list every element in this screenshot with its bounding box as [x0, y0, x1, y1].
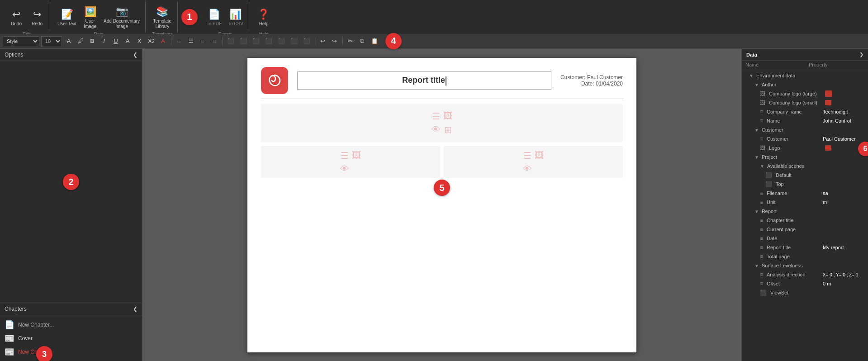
to-csv-button[interactable]: 📊 To CSV — [225, 4, 246, 32]
company-logo-large-row[interactable]: 🖼 Company logo (large) — [742, 89, 868, 98]
chapter-cover[interactable]: 📰 Cover — [0, 332, 142, 345]
analysis-direction-row[interactable]: ≡ Analysis direction X= 0 ; Y= 0 ; Z= 1 — [742, 270, 868, 279]
new-chapter-button[interactable]: 📄 New Chapter... — [0, 318, 142, 332]
name-row[interactable]: ≡ Name John Control — [742, 116, 868, 125]
date-data-icon: ≡ — [760, 235, 763, 242]
user-image-button[interactable]: 🖼️ UserImage — [80, 4, 100, 32]
paste-button[interactable]: 📋 — [369, 36, 380, 46]
date-line: Date: 01/04/2020 — [560, 81, 623, 87]
report-title-box[interactable]: Report title — [297, 71, 551, 89]
to-pdf-button[interactable]: 📄 To PDF — [204, 4, 224, 32]
title-cursor — [446, 76, 446, 86]
date-value: 01/04/2020 — [596, 81, 623, 87]
content-col-left[interactable]: ☰ 🖼 👁 — [261, 146, 440, 178]
filename-row[interactable]: ≡ Filename sa — [742, 189, 868, 198]
style-select[interactable]: Style Heading 1 Heading 2 Normal — [3, 36, 39, 46]
data-panel-title: Data — [746, 52, 757, 57]
company-logo-small-row[interactable]: 🖼 Company logo (small) — [742, 98, 868, 107]
chapter-title-row[interactable]: ≡ Chapter title — [742, 216, 868, 225]
copy-button[interactable]: ⧉ — [357, 36, 367, 46]
ph-grid-icon-right — [535, 164, 544, 174]
highlight-button[interactable]: 🖊 — [76, 36, 85, 46]
chapters-body: 📄 New Chapter... 📰 Cover 📰 New Chapter 3 — [0, 315, 142, 361]
unit-icon: ≡ — [760, 199, 763, 205]
indent-right-button[interactable]: ⬛ — [238, 36, 249, 46]
total-page-row[interactable]: ≡ Total page — [742, 252, 868, 261]
chapters-collapse-button[interactable]: ❮ — [133, 306, 138, 312]
content-section-2[interactable]: ☰ 🖼 👁 ☰ 🖼 👁 5 — [261, 146, 623, 178]
name-icon: ≡ — [760, 118, 763, 124]
align-center-button[interactable]: ☰ — [186, 36, 196, 46]
offset-row[interactable]: ≡ Offset 0 m — [742, 279, 868, 288]
content-section-1[interactable]: ☰ 🖼 👁 ⊞ — [261, 104, 623, 142]
add-documentary-button[interactable]: 📷 Add DocumentaryImage — [101, 4, 142, 32]
user-text-button[interactable]: 📝 User Text — [55, 4, 79, 32]
indent-left-button[interactable]: ⬛ — [225, 36, 236, 46]
font-A-button[interactable]: A — [123, 36, 133, 46]
font-size-select[interactable]: 10 8 9 11 12 — [41, 36, 62, 46]
strikethrough-button[interactable]: X — [134, 36, 144, 46]
template-library-button[interactable]: 📚 TemplateLibrary — [151, 4, 175, 32]
indent-button6[interactable]: ⬛ — [301, 36, 312, 46]
company-logo-small-icon: 🖼 — [760, 100, 765, 106]
undo-button[interactable]: ↩ Undo — [6, 4, 26, 32]
date-label: Date: — [581, 81, 594, 87]
scissors-button[interactable]: ✂ — [346, 36, 356, 46]
right-panel: Data ❯ Name Property ▼ Environment data … — [741, 49, 868, 361]
total-page-icon: ≡ — [760, 253, 763, 260]
align-right-button[interactable]: ≡ — [198, 36, 208, 46]
redo-fmt-button[interactable]: ↪ — [330, 36, 340, 46]
redo-icon: ↪ — [33, 9, 41, 20]
help-button[interactable]: ❓ Help — [254, 4, 274, 32]
report-title-data-row[interactable]: ≡ Report title My report — [742, 243, 868, 252]
sep-3 — [315, 37, 315, 45]
viewset-row[interactable]: ⬛ ViewSet — [742, 288, 868, 297]
data-body: ▼ Environment data ▼ Author 🖼 Company lo… — [742, 69, 868, 361]
top-scene-row[interactable]: ⬛ Top — [742, 180, 868, 189]
subscript-button[interactable]: X2 — [146, 36, 157, 46]
align-left-button[interactable]: ≡ — [174, 36, 184, 46]
ph-grid-icon-left — [352, 164, 361, 174]
add-documentary-icon: 📷 — [116, 6, 128, 18]
report-title-text: Report title — [402, 76, 445, 85]
unit-row[interactable]: ≡ Unit m — [742, 198, 868, 207]
canvas-area[interactable]: Report title Customer: Paul Customer Dat… — [142, 49, 741, 361]
customer-value: Paul Customer — [587, 74, 623, 81]
page-divider — [261, 99, 623, 99]
undo-fmt-button[interactable]: ↩ — [318, 36, 328, 46]
ph-eye-icon-1: 👁 — [432, 124, 441, 135]
current-page-row[interactable]: ≡ Current page — [742, 225, 868, 234]
indent-button2[interactable]: ⬛ — [251, 36, 261, 46]
col-property-header: Property — [809, 62, 864, 67]
align-justify-button[interactable]: ≡ — [209, 36, 219, 46]
to-csv-icon: 📊 — [229, 9, 242, 20]
default-scene-row[interactable]: ⬛ Default — [742, 171, 868, 180]
italic-button[interactable]: I — [99, 36, 109, 46]
filename-icon: ≡ — [760, 190, 763, 196]
customer-logo-row[interactable]: 🖼 Logo 6 — [742, 143, 868, 152]
date-data-row[interactable]: ≡ Date — [742, 234, 868, 243]
ph-image-icon-right: 🖼 — [535, 150, 544, 161]
ph-eye-icon-right: 👁 — [523, 164, 532, 174]
underline-button[interactable]: U — [111, 36, 121, 46]
chapter-new-chapter[interactable]: 📰 New Chapter 3 — [0, 345, 142, 359]
bold-button[interactable]: B — [87, 36, 97, 46]
indent-button3[interactable]: ⬛ — [263, 36, 274, 46]
redo-button[interactable]: ↪ Redo — [27, 4, 47, 32]
placeholder-icons-left: ☰ 🖼 👁 — [340, 150, 361, 174]
font-color-button[interactable]: A — [64, 36, 74, 46]
user-text-icon: 📝 — [61, 9, 73, 20]
company-logo-large-icon: 🖼 — [760, 90, 765, 97]
left-panel: Options ❮ 2 Chapters ❮ 📄 New Chapter... … — [0, 49, 142, 361]
data-panel-expand[interactable]: ❯ — [859, 52, 863, 57]
project-section: ▼ Project — [742, 152, 868, 162]
content-col-right[interactable]: ☰ 🖼 👁 — [444, 146, 623, 178]
font-red-button[interactable]: A — [158, 36, 168, 46]
customer-value-row[interactable]: ≡ Customer Paul Customer — [742, 134, 868, 143]
indent-button4[interactable]: ⬛ — [276, 36, 287, 46]
author-row: ▼ Author — [742, 80, 868, 89]
options-collapse-button[interactable]: ❮ — [133, 52, 138, 58]
indent-button5[interactable]: ⬛ — [289, 36, 299, 46]
default-scene-icon: ⬛ — [765, 172, 772, 178]
company-name-row[interactable]: ≡ Company name Technodigit — [742, 107, 868, 116]
